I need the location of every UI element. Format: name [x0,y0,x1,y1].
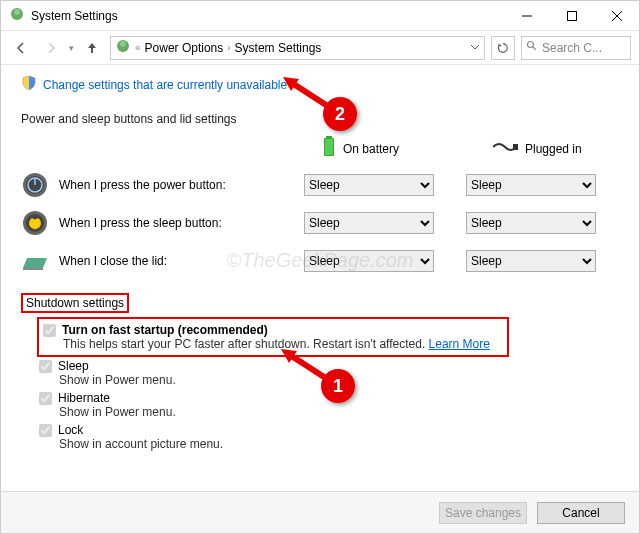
search-icon [526,40,538,55]
learn-more-link[interactable]: Learn More [429,337,490,351]
lid-battery-dropdown[interactable]: Sleep [304,250,434,272]
fast-startup-checkbox [43,324,56,337]
up-button[interactable] [80,36,104,60]
row-label: When I press the sleep button: [59,216,294,230]
shield-icon [21,75,37,94]
plug-icon [493,139,519,158]
sleep-checkbox [39,360,52,373]
sleep-desc: Show in Power menu. [59,373,619,387]
breadcrumb-label: Power Options [145,41,224,55]
breadcrumb-label: System Settings [235,41,322,55]
shield-link-row: Change settings that are currently unava… [21,75,619,94]
content: Change settings that are currently unava… [1,65,639,491]
sleep-button-plugged-dropdown[interactable]: Sleep [466,212,596,234]
lock-checkbox [39,424,52,437]
hibernate-desc: Show in Power menu. [59,405,619,419]
button-bar: Save changes Cancel [1,491,639,533]
battery-icon [321,136,337,161]
row-power-button: When I press the power button: Sleep Sle… [21,171,619,199]
fast-startup-desc: This helps start your PC faster after sh… [63,337,425,351]
col-label: On battery [343,142,399,156]
lid-plugged-dropdown[interactable]: Sleep [466,250,596,272]
search-box[interactable]: Search C... [521,36,631,60]
refresh-button[interactable] [491,36,515,60]
window-title: System Settings [31,9,118,23]
breadcrumb-power-options[interactable]: Power Options › [145,41,231,55]
svg-rect-13 [513,144,518,150]
fast-startup-label: Turn on fast startup (recommended) [62,323,268,337]
svg-line-9 [533,47,536,50]
hibernate-block: Hibernate Show in Power menu. [39,389,619,421]
lock-block: Lock Show in account picture menu. [39,421,619,453]
shutdown-section: Shutdown settings Turn on fast startup (… [21,293,619,453]
lock-desc: Show in account picture menu. [59,437,619,451]
row-sleep-button: When I press the sleep button: Sleep Sle… [21,209,619,237]
sleep-block: Sleep Show in Power menu. [39,357,619,389]
app-icon [9,6,25,25]
fast-startup-block: Turn on fast startup (recommended) This … [37,317,509,357]
titlebar-left: System Settings [1,6,504,25]
hibernate-label: Hibernate [58,391,110,405]
search-placeholder: Search C... [542,41,602,55]
close-button[interactable] [594,1,639,31]
svg-rect-3 [567,11,576,20]
change-settings-link[interactable]: Change settings that are currently unava… [43,78,287,92]
row-lid: When I close the lid: Sleep Sleep [21,247,619,275]
section-header: Power and sleep buttons and lid settings [21,112,619,126]
svg-point-8 [528,42,534,48]
svg-point-1 [14,9,20,15]
lock-label: Lock [58,423,83,437]
breadcrumb-bar[interactable]: « Power Options › System Settings [110,36,485,60]
svg-rect-12 [325,139,333,155]
titlebar: System Settings [1,1,639,31]
maximize-button[interactable] [549,1,594,31]
navbar: ▾ « Power Options › System Settings Sear… [1,31,639,65]
col-on-battery: On battery [321,136,431,161]
column-headers: On battery Plugged in [321,136,619,161]
power-button-icon [21,171,49,199]
sleep-button-battery-dropdown[interactable]: Sleep [304,212,434,234]
shutdown-header: Shutdown settings [21,293,129,313]
hibernate-checkbox [39,392,52,405]
row-label: When I close the lid: [59,254,294,268]
svg-rect-10 [326,136,332,138]
history-dropdown-icon[interactable]: ▾ [69,43,74,53]
power-button-plugged-dropdown[interactable]: Sleep [466,174,596,196]
col-plugged-in: Plugged in [493,139,603,158]
breadcrumb-chevron-icon: « [135,42,141,53]
sleep-label: Sleep [58,359,89,373]
svg-point-7 [120,41,126,47]
cancel-button[interactable]: Cancel [537,502,625,524]
lid-icon [21,247,49,275]
window-controls [504,1,639,31]
chevron-right-icon: › [227,42,230,53]
col-label: Plugged in [525,142,582,156]
power-button-battery-dropdown[interactable]: Sleep [304,174,434,196]
save-button[interactable]: Save changes [439,502,527,524]
breadcrumb-dropdown-icon[interactable] [470,41,480,55]
forward-button[interactable] [39,36,63,60]
breadcrumb-system-settings[interactable]: System Settings [235,41,322,55]
sleep-button-icon [21,209,49,237]
row-label: When I press the power button: [59,178,294,192]
minimize-button[interactable] [504,1,549,31]
power-plan-icon [115,38,131,57]
back-button[interactable] [9,36,33,60]
